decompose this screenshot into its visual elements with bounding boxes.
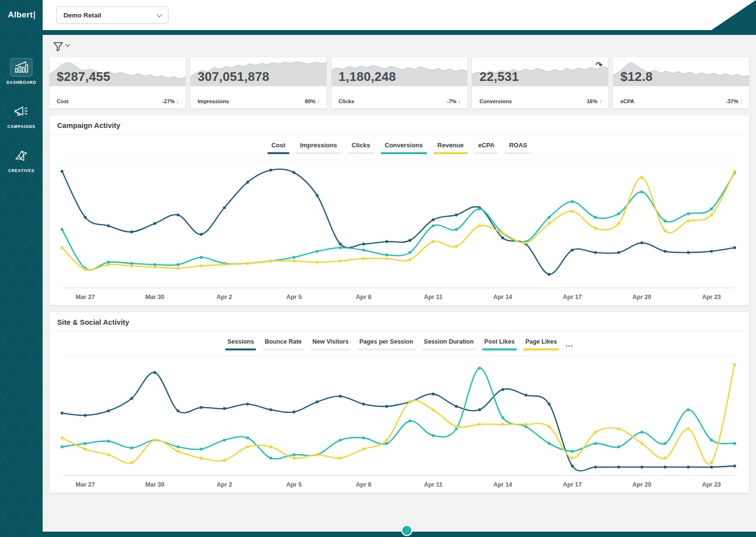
legend-underline: [263, 348, 303, 350]
sidebar-item-creatives[interactable]: CREATIVES: [0, 146, 43, 173]
svg-text:Apr 20: Apr 20: [632, 294, 651, 300]
legend-tab-revenue[interactable]: Revenue: [432, 141, 470, 154]
site-social-activity-title: Site & Social Activity: [49, 312, 749, 332]
sidebar: Albert DASHBOARD: [0, 0, 43, 537]
svg-text:Apr 5: Apr 5: [286, 481, 302, 488]
svg-text:Mar 30: Mar 30: [145, 294, 165, 300]
campaign-activity-chart: Mar 27Mar 30Apr 2Apr 5Apr 8Apr 11Apr 14A…: [55, 155, 743, 303]
legend-tab-impressions[interactable]: Impressions: [294, 141, 343, 154]
sidebar-nav: DASHBOARD CAMPAIGNS CREA: [0, 58, 43, 173]
legend-tab-clicks[interactable]: Clicks: [346, 141, 376, 154]
redo-arrow-icon[interactable]: ↷: [596, 60, 602, 70]
svg-text:Mar 30: Mar 30: [145, 481, 165, 488]
site-social-activity-chart: Mar 27Mar 30Apr 2Apr 5Apr 8Apr 11Apr 14A…: [55, 351, 743, 491]
legend-tab-label: Revenue: [434, 141, 468, 150]
filter-button[interactable]: [52, 41, 69, 52]
svg-text:Apr 23: Apr 23: [702, 481, 721, 488]
app-root: Albert DASHBOARD: [0, 0, 756, 537]
legend-tab-post-likes[interactable]: Post Likes: [480, 337, 519, 350]
legend-underline: [422, 348, 476, 350]
main-content: Demo Retail $287,455 Cost -27%: [43, 0, 756, 537]
svg-text:Apr 2: Apr 2: [217, 294, 232, 300]
brand-logo-bar: [34, 11, 35, 19]
kpi-label: Cost: [57, 98, 68, 104]
legend-tab-ecpa[interactable]: eCPA: [472, 141, 501, 154]
legend-tab-label: Session Duration: [422, 337, 476, 346]
account-dropdown[interactable]: Demo Retail: [56, 6, 169, 24]
svg-text:Mar 27: Mar 27: [76, 481, 95, 488]
kpi-value: 307,051,878: [190, 57, 327, 84]
legend-tab-session-duration[interactable]: Session Duration: [420, 337, 478, 350]
legend-tab-cost[interactable]: Cost: [266, 141, 291, 154]
campaign-activity-panel: Campaign Activity Cost Impressions Click…: [49, 115, 749, 305]
account-dropdown-value: Demo Retail: [63, 12, 101, 19]
funnel-icon: [52, 41, 64, 52]
origami-bird-icon: [10, 146, 32, 165]
legend-underline: [296, 152, 341, 154]
kpi-delta-value: 16%: [587, 98, 598, 104]
svg-text:Apr 23: Apr 23: [702, 294, 721, 300]
delta-arrow-icon: ↑: [317, 98, 320, 104]
filter-row: [43, 35, 756, 53]
legend-underline: [482, 348, 517, 350]
legend-tab-label: Conversions: [381, 141, 427, 150]
kpi-card-conversions[interactable]: ↷ 22,531 Conversions 16% ↑: [472, 57, 608, 109]
sidebar-item-dashboard[interactable]: DASHBOARD: [0, 58, 43, 85]
svg-text:Apr 8: Apr 8: [356, 481, 371, 488]
kpi-delta: -7% ↓: [447, 98, 461, 104]
kpi-label: Conversions: [479, 98, 512, 104]
legend-tab-new-visitors[interactable]: New Visitors: [309, 337, 353, 350]
legend-tab-label: Pages per Session: [357, 337, 415, 346]
campaign-activity-title: Campaign Activity: [49, 115, 749, 135]
kpi-delta-value: 80%: [305, 98, 315, 104]
legend-tab-label: Post Likes: [482, 337, 517, 346]
legend-underline: [505, 152, 531, 154]
svg-text:Apr 11: Apr 11: [424, 294, 442, 300]
kpi-delta: -27% ↓: [162, 98, 179, 104]
topbar: Demo Retail: [43, 0, 756, 35]
kpi-value: $12.8: [613, 57, 749, 84]
legend-underline: [434, 152, 468, 154]
legend-tab-label: ROAS: [505, 141, 531, 150]
legend-tab-sessions[interactable]: Sessions: [223, 337, 258, 350]
legend-tab-label: Bounce Rate: [263, 337, 303, 346]
legend-underline: [347, 152, 374, 154]
kpi-delta-value: -7%: [447, 98, 457, 104]
chevron-down-icon: [157, 12, 162, 17]
kpi-value: 22,531: [472, 57, 608, 84]
kpi-label: eCPA: [620, 98, 634, 104]
legend-underline: [357, 348, 415, 350]
svg-text:Apr 14: Apr 14: [493, 294, 512, 300]
kpi-delta: 16% ↑: [587, 98, 602, 104]
delta-arrow-icon: ↓: [458, 98, 461, 104]
kpi-card-impressions[interactable]: 307,051,878 Impressions 80% ↑: [190, 57, 327, 109]
kpi-card-cost[interactable]: $287,455 Cost -27% ↓: [49, 57, 186, 109]
bottom-indicator-dot[interactable]: [401, 525, 412, 536]
topbar-corner-accent: [711, 0, 756, 30]
legend-tab-conversions[interactable]: Conversions: [379, 141, 429, 154]
kpi-delta-value: -37%: [726, 98, 739, 104]
more-metrics-button[interactable]: ...: [564, 339, 575, 349]
kpi-card-clicks[interactable]: 1,180,248 Clicks -7% ↓: [331, 57, 468, 109]
kpi-label: Impressions: [198, 98, 229, 104]
dashboard-chart-icon: [10, 58, 32, 77]
kpi-card-ecpa[interactable]: $12.8 eCPA -37% ↑: [613, 57, 749, 109]
chevron-down-icon: [65, 42, 70, 47]
legend-tab-roas[interactable]: ROAS: [503, 141, 533, 154]
svg-text:Apr 11: Apr 11: [424, 481, 442, 488]
legend-tab-pages-per-session[interactable]: Pages per Session: [355, 337, 417, 350]
legend-tab-bounce-rate[interactable]: Bounce Rate: [261, 337, 305, 350]
svg-text:Apr 14: Apr 14: [493, 481, 512, 488]
legend-underline: [225, 348, 256, 350]
legend-tab-page-likes[interactable]: Page Likes: [521, 337, 561, 350]
brand-logo-text: Albert: [8, 10, 33, 20]
sidebar-item-campaigns[interactable]: CAMPAIGNS: [0, 102, 43, 129]
kpi-delta: -37% ↑: [726, 98, 743, 104]
sidebar-item-label: CREATIVES: [8, 168, 34, 173]
delta-arrow-icon: ↑: [599, 98, 602, 104]
legend-tab-label: Sessions: [225, 337, 256, 346]
campaign-legend: Cost Impressions Clicks Conversions Reve…: [49, 135, 749, 154]
megaphone-icon: [10, 102, 32, 121]
delta-arrow-icon: ↓: [176, 98, 179, 104]
svg-text:Apr 20: Apr 20: [632, 481, 651, 488]
